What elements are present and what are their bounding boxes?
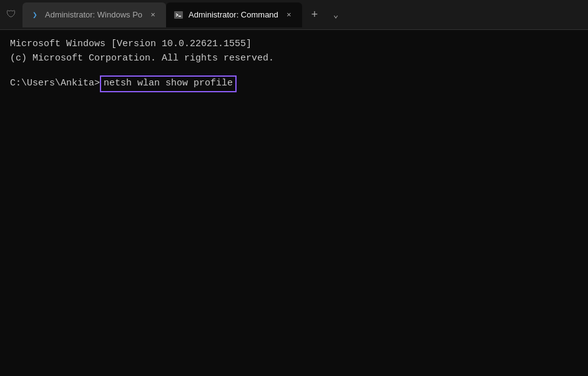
shield-icon-area: 🛡 xyxy=(2,6,20,24)
powershell-icon: ❯ xyxy=(30,10,40,20)
title-bar: 🛡 ❯ Administrator: Windows Po ✕ Administ… xyxy=(0,0,588,30)
terminal-body[interactable]: Microsoft Windows [Version 10.0.22621.15… xyxy=(0,30,588,376)
cmd-icon xyxy=(174,10,184,20)
command-line: C:\Users\Ankita>netsh wlan show profile xyxy=(10,75,578,92)
app-window: 🛡 ❯ Administrator: Windows Po ✕ Administ… xyxy=(0,0,588,376)
tab-cmd-label: Administrator: Command xyxy=(189,10,278,19)
shield-icon: 🛡 xyxy=(6,9,16,21)
prompt-text: C:\Users\Ankita> xyxy=(10,77,100,91)
tab-powershell[interactable]: ❯ Administrator: Windows Po ✕ xyxy=(22,2,166,27)
chevron-down-icon: ⌄ xyxy=(333,9,338,20)
tab-cmd[interactable]: Administrator: Command ✕ xyxy=(166,2,302,27)
copyright-line: (c) Microsoft Corporation. All rights re… xyxy=(10,52,578,66)
windows-version-line: Microsoft Windows [Version 10.0.22621.15… xyxy=(10,37,578,52)
svg-rect-0 xyxy=(174,11,183,19)
new-tab-button[interactable]: + xyxy=(305,5,325,25)
command-highlighted: netsh wlan show profile xyxy=(100,75,237,92)
tab-powershell-label: Administrator: Windows Po xyxy=(45,10,142,19)
dropdown-button[interactable]: ⌄ xyxy=(326,5,346,25)
tab-powershell-close[interactable]: ✕ xyxy=(147,9,159,21)
tab-cmd-close[interactable]: ✕ xyxy=(283,9,295,21)
